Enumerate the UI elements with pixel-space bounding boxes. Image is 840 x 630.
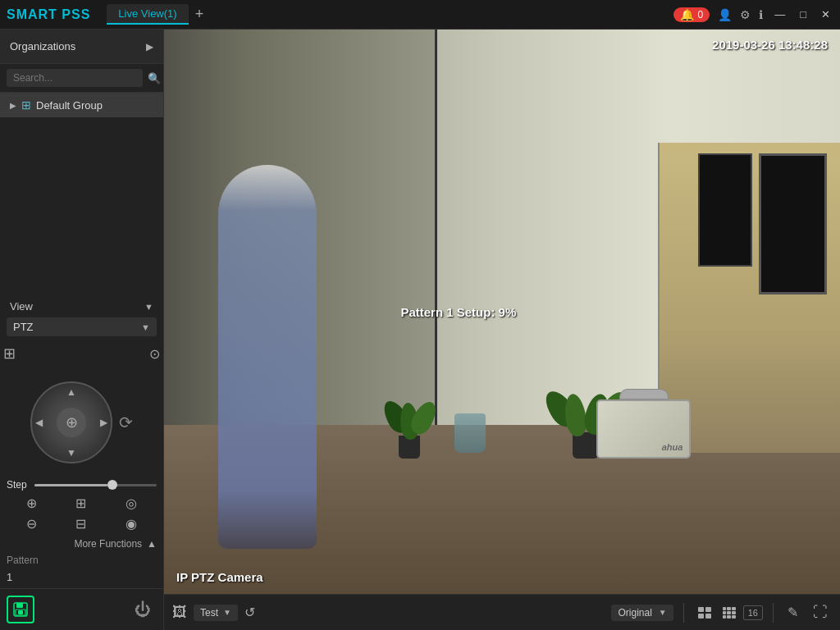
minimize-button[interactable]: — (771, 8, 788, 21)
step-label: Step (7, 479, 30, 491)
iris-close-icon[interactable]: ◉ (126, 516, 137, 532)
logo-pss: PSS (62, 7, 90, 21)
equipment-case: ahua (596, 389, 691, 453)
more-functions-label: More Functions (74, 538, 142, 550)
edit-button[interactable]: ✎ (783, 602, 802, 623)
titlebar: SMART PSS Live View(1) + 🔔 0 👤 ⚙ ℹ — □ ✕ (0, 0, 840, 30)
default-group-label: Default Group (36, 99, 103, 112)
camera-toolbar: 🖼 Test ▼ ↺ Original ▼ (164, 594, 840, 630)
bell-icon: 🔔 (680, 8, 694, 21)
sidebar: Organizations ▶ 🔍 ▶ ⊞ Default Group View… (0, 30, 164, 630)
quality-label: Original (618, 607, 651, 619)
ptz-up-button[interactable]: ▲ (66, 386, 76, 398)
camera-pattern-text: Pattern 1 Setup: 9% (400, 305, 516, 319)
zoom-in-icon[interactable]: ⊕ (26, 495, 37, 511)
pattern-value: 1 (7, 569, 157, 585)
step-row: Step (0, 476, 163, 494)
zoom-row: ⊕ ⊞ ◎ (0, 494, 163, 513)
focus-in-icon[interactable]: ⊞ (75, 495, 86, 511)
view-row[interactable]: View ▼ (0, 295, 163, 317)
organizations-header[interactable]: Organizations ▶ (0, 30, 163, 64)
settings-icon[interactable]: ⚙ (740, 8, 751, 21)
app-logo: SMART PSS (7, 7, 90, 22)
focus-out-icon[interactable]: ⊟ (75, 516, 86, 532)
logo-smart: SMART (7, 7, 57, 21)
search-input[interactable] (7, 69, 143, 87)
tab-add-button[interactable]: + (195, 6, 204, 23)
tab-live-view[interactable]: Live View(1) (107, 4, 188, 25)
alarm-count: 0 (697, 9, 703, 21)
snapshot-button[interactable]: 🖼 (172, 604, 187, 621)
channel-dropdown-chevron-icon: ▼ (223, 608, 231, 617)
more-functions-header[interactable]: More Functions ▲ (0, 535, 163, 553)
camera-timestamp: 2019-03-26 13:48:28 (712, 38, 828, 52)
maximize-button[interactable]: □ (797, 8, 810, 21)
sidebar-bottom: ⏻ (0, 588, 163, 630)
layout-16-button[interactable]: 16 (743, 605, 763, 620)
quality-dropdown[interactable]: Original ▼ (611, 605, 673, 621)
ptz-label: PTZ (13, 321, 34, 333)
ptz-dropdown[interactable]: PTZ ▼ (7, 317, 157, 336)
ptz-dropdown-chevron-icon: ▼ (141, 322, 150, 332)
svg-rect-3 (18, 610, 23, 614)
ptz-target-icon: ⊕ (66, 413, 78, 431)
camera-feed: ahua 2019-03-26 13:48:28 Pattern 1 Setup… (164, 30, 840, 594)
layout-icons: 16 (694, 605, 763, 621)
default-group-item[interactable]: ▶ ⊞ Default Group (0, 93, 163, 117)
alarm-badge[interactable]: 🔔 0 (673, 7, 710, 22)
organizations-label: Organizations (10, 40, 75, 52)
search-icon[interactable]: 🔍 (148, 72, 161, 84)
sidebar-power-icon[interactable]: ⏻ (129, 596, 157, 623)
zoom-row2: ⊖ ⊟ ◉ (0, 514, 163, 533)
fullscreen-button[interactable]: ⛶ (809, 601, 832, 623)
layout-16-label: 16 (748, 608, 758, 618)
ptz-right-button[interactable]: ▶ (100, 417, 107, 428)
toolbar-divider2 (773, 603, 774, 623)
view-label: View (10, 300, 33, 313)
ptz-down-button[interactable]: ▼ (66, 447, 76, 459)
ptz-control: ▲ ▼ ◀ ▶ ⊕ (30, 377, 112, 468)
pattern-label: Pattern (7, 555, 157, 566)
ptz-ring[interactable]: ▲ ▼ ◀ ▶ ⊕ (30, 381, 112, 463)
channel-dropdown[interactable]: Test ▼ (194, 605, 238, 621)
channel-name-label: Test (200, 607, 218, 619)
iris-open-icon[interactable]: ◎ (126, 495, 137, 511)
info-icon[interactable]: ℹ (759, 8, 763, 21)
svg-rect-1 (16, 603, 23, 608)
ptz-extra-icon[interactable]: ⟳ (119, 413, 133, 432)
ptz-center-button[interactable]: ⊕ (57, 408, 86, 437)
sidebar-save-icon[interactable] (7, 596, 34, 623)
ptz-mouse-icon[interactable]: ⊙ (149, 346, 160, 362)
organizations-chevron-icon: ▶ (146, 41, 153, 52)
layout-3x3-button[interactable] (719, 605, 740, 621)
quality-dropdown-chevron-icon: ▼ (659, 608, 667, 617)
main-layout: Organizations ▶ 🔍 ▶ ⊞ Default Group View… (0, 30, 840, 630)
toolbar-divider (683, 603, 684, 623)
ptz-left-button[interactable]: ◀ (35, 417, 43, 428)
pattern-section: Pattern 1 (0, 553, 163, 588)
zoom-out-icon[interactable]: ⊖ (26, 516, 37, 532)
refresh-button[interactable]: ↺ (244, 605, 255, 620)
layout-2x2-button[interactable] (694, 605, 715, 621)
step-slider[interactable] (34, 484, 157, 486)
plant2 (381, 403, 438, 459)
ptz-icons-row: ⊞ ⊙ (0, 343, 163, 364)
titlebar-right: 🔔 0 👤 ⚙ ℹ — □ ✕ (673, 0, 833, 29)
search-bar: 🔍 (0, 64, 163, 93)
camera-area: ahua 2019-03-26 13:48:28 Pattern 1 Setup… (164, 30, 840, 630)
close-button[interactable]: ✕ (818, 8, 833, 21)
tree-expand-icon: ▶ (10, 101, 16, 110)
view-chevron-icon: ▼ (144, 302, 153, 312)
ptz-grid-icon[interactable]: ⊞ (3, 345, 16, 363)
tab-live-view-label: Live View(1) (118, 7, 176, 20)
group-icon: ⊞ (21, 98, 31, 112)
user-icon[interactable]: 👤 (718, 8, 732, 21)
camera-label: IP PTZ Camera (176, 570, 263, 584)
more-functions-chevron-icon: ▲ (147, 538, 157, 550)
